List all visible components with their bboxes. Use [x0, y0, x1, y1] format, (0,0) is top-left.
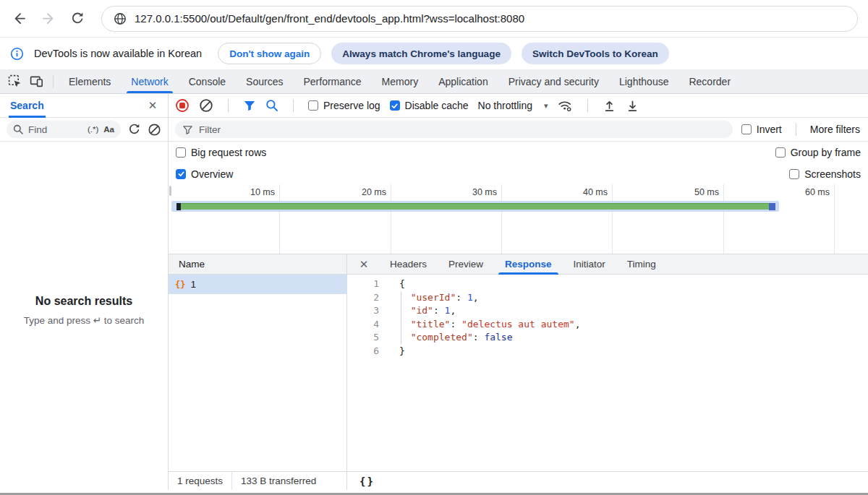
code-line: 6 }	[347, 345, 868, 358]
code-text: }	[379, 345, 405, 358]
code-text: {	[379, 277, 405, 291]
device-toolbar-button[interactable]	[26, 72, 48, 92]
search-clear-button[interactable]	[148, 123, 161, 137]
network-options-row-1: Big request rows Group by frame	[169, 142, 868, 163]
back-button[interactable]	[7, 7, 32, 31]
filter-toggle-button[interactable]	[243, 99, 256, 112]
site-globe-icon[interactable]	[114, 12, 127, 25]
preserve-log-checkbox[interactable]: Preserve log	[308, 100, 380, 111]
detail-close-button[interactable]: ✕	[356, 257, 372, 272]
more-filters-button[interactable]: More filters	[810, 124, 860, 135]
throttling-value: No throttling	[478, 100, 532, 111]
back-arrow-icon	[12, 12, 27, 26]
code-line: 2 "userId": 1,	[347, 291, 868, 305]
window-bottom-edge	[0, 490, 868, 495]
search-panel-header: Search ✕	[0, 94, 168, 118]
checkbox-unchecked-icon	[176, 147, 186, 158]
export-har-button[interactable]	[626, 99, 639, 113]
tab-console[interactable]: Console	[179, 69, 236, 93]
tab-headers[interactable]: Headers	[380, 254, 436, 275]
network-conditions-button[interactable]	[558, 99, 573, 113]
response-footer-bar: {}	[347, 471, 868, 490]
overview-checkbox[interactable]: Overview	[176, 168, 233, 180]
requests-table-empty-space	[169, 294, 346, 471]
tab-network[interactable]: Network	[121, 69, 178, 93]
tab-privacy-and-security[interactable]: Privacy and security	[498, 69, 609, 93]
request-row[interactable]: {} 1	[169, 275, 346, 294]
wifi-gear-icon	[558, 99, 573, 113]
inspect-element-button[interactable]	[4, 72, 26, 92]
screenshots-checkbox[interactable]: Screenshots	[789, 168, 861, 180]
timeline-gridline	[834, 184, 835, 254]
clear-icon	[199, 98, 213, 113]
big-request-rows-checkbox[interactable]: Big request rows	[176, 147, 266, 158]
switch-to-korean-button[interactable]: Switch DevTools to Korean	[522, 43, 669, 64]
code-line: 5 "completed": false	[347, 331, 868, 345]
search-input[interactable]: Find (.*) Aa	[7, 121, 121, 138]
code-line: 3 "id": 1,	[347, 304, 868, 318]
json-file-icon: {}	[175, 280, 185, 290]
search-close-button[interactable]: ✕	[145, 98, 161, 113]
download-icon	[626, 99, 639, 113]
url-text[interactable]: 127.0.0.1:5500/out/Default/gen/front_end…	[135, 12, 524, 25]
timeline-tick: 30 ms	[448, 187, 497, 197]
activity-bar-end-cap	[769, 203, 775, 210]
tab-preview[interactable]: Preview	[439, 254, 493, 275]
tab-application[interactable]: Application	[428, 69, 498, 93]
tab-elements[interactable]: Elements	[59, 69, 121, 93]
forward-button[interactable]	[36, 7, 61, 31]
line-number: 5	[347, 331, 379, 345]
group-by-frame-checkbox[interactable]: Group by frame	[775, 147, 861, 158]
match-case-toggle[interactable]: Aa	[103, 125, 114, 134]
disable-cache-checkbox[interactable]: Disable cache	[390, 100, 469, 111]
tab-sources[interactable]: Sources	[236, 69, 293, 93]
code-text: "userId": 1,	[379, 291, 479, 305]
filter-input[interactable]: Filter	[175, 121, 733, 138]
overview-activity-bar[interactable]	[176, 203, 775, 210]
indent-guide	[401, 291, 401, 345]
network-overview-timeline[interactable]: 10 ms 20 ms 30 ms 40 ms 50 ms 60 ms	[169, 184, 868, 254]
devtools-main: Search ✕ Find (.*) Aa	[0, 94, 868, 490]
search-refresh-button[interactable]	[127, 123, 141, 137]
tab-lighthouse[interactable]: Lighthouse	[609, 69, 679, 93]
url-bar[interactable]: 127.0.0.1:5500/out/Default/gen/front_end…	[101, 6, 858, 32]
code-line: 1 {	[347, 277, 868, 291]
import-har-button[interactable]	[603, 99, 616, 113]
search-panel: Search ✕ Find (.*) Aa	[0, 94, 169, 490]
timeline-left-grip[interactable]	[169, 186, 171, 196]
throttling-select[interactable]: No throttling ▾	[478, 100, 548, 111]
reload-icon	[70, 12, 85, 26]
response-body-editor[interactable]: 1 { 2 "userId": 1, 3 "id": 1, 4	[347, 275, 868, 471]
pretty-print-button[interactable]: {}	[359, 475, 375, 487]
network-panel: Preserve log Disable cache No throttling…	[169, 94, 868, 490]
reload-button[interactable]	[65, 7, 90, 31]
infobar: DevTools is now available in Korean Don'…	[0, 38, 868, 69]
search-icon	[13, 124, 23, 134]
network-search-button[interactable]	[265, 99, 278, 112]
tab-memory[interactable]: Memory	[372, 69, 429, 93]
invert-checkbox[interactable]: Invert	[741, 124, 782, 135]
regex-toggle[interactable]: (.*)	[88, 125, 98, 134]
toolbar-divider	[228, 99, 229, 112]
tab-initiator[interactable]: Initiator	[564, 254, 615, 275]
stop-recording-button[interactable]	[175, 98, 190, 113]
tab-response[interactable]: Response	[495, 254, 561, 275]
dont-show-again-button[interactable]: Don't show again	[218, 43, 321, 64]
tab-performance[interactable]: Performance	[293, 69, 371, 93]
tab-recorder[interactable]: Recorder	[678, 69, 741, 93]
timeline-tick: 60 ms	[780, 187, 830, 197]
requests-summary-bar: 1 requests 133 B transferred	[169, 471, 346, 490]
timeline-gridline	[391, 184, 391, 254]
name-column-header[interactable]: Name	[169, 254, 346, 275]
toolbar-divider	[293, 99, 294, 112]
info-icon	[10, 47, 24, 61]
code-text: "title": "delectus aut autem",	[379, 318, 580, 332]
tab-timing[interactable]: Timing	[618, 254, 665, 275]
toolbar-divider	[796, 123, 796, 136]
match-language-button[interactable]: Always match Chrome's language	[331, 43, 511, 64]
code-text: "completed": false	[379, 331, 513, 345]
refresh-icon	[127, 123, 141, 137]
requests-table: Name {} 1 1 requests 133 B transferred	[169, 254, 347, 490]
clear-network-log-button[interactable]	[199, 98, 213, 113]
requests-count: 1 requests	[169, 475, 231, 486]
